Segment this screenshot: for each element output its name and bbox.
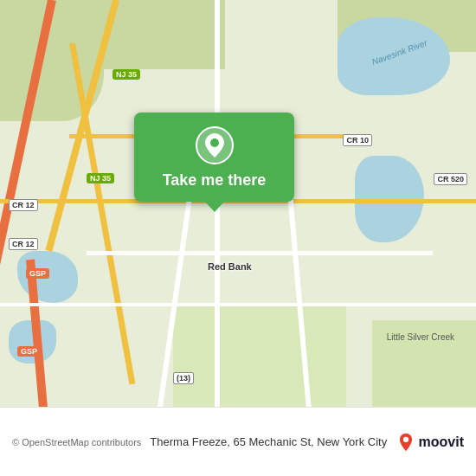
green-area xyxy=(69,0,225,69)
road-label-cr10: CR 10 xyxy=(343,134,372,146)
place-label-red-bank: Red Bank xyxy=(208,261,252,272)
svg-point-2 xyxy=(402,436,408,441)
road-label-cr520: CR 520 xyxy=(434,173,467,185)
take-me-there-popup[interactable]: Take me there xyxy=(134,113,294,202)
road-label-nj35-top: NJ 35 xyxy=(113,69,140,80)
road-label-cr12-left: CR 12 xyxy=(9,199,38,211)
moovit-logo: moovit xyxy=(396,433,464,452)
road-label-cr12-mid: CR 12 xyxy=(9,238,38,250)
road-label-nj35-mid: NJ 35 xyxy=(87,173,114,183)
little-silver-label: Little Silver Creek xyxy=(387,332,454,342)
map-container: NJ 35 NJ 35 CR 12 CR 12 CR 10 CR 520 GSP… xyxy=(0,0,476,476)
map-copyright: © OpenStreetMap contributors xyxy=(12,437,141,447)
moovit-pin-icon xyxy=(396,433,415,452)
green-area xyxy=(173,303,346,407)
popup-label: Take me there xyxy=(163,171,267,190)
road-horizontal-4 xyxy=(0,303,476,306)
destination-address: Therma Freeze, 65 Mechanic St, New York … xyxy=(150,435,387,448)
road-horizontal-3 xyxy=(87,251,433,255)
bottom-bar: © OpenStreetMap contributors Therma Free… xyxy=(0,407,476,476)
road-label-gsp-2: GSP xyxy=(17,346,41,357)
road-label-gsp-1: GSP xyxy=(26,268,49,279)
svg-point-1 xyxy=(210,138,219,147)
road-label-13: (13) xyxy=(173,372,194,384)
location-pin-icon xyxy=(196,126,234,164)
moovit-brand-text: moovit xyxy=(419,434,464,450)
